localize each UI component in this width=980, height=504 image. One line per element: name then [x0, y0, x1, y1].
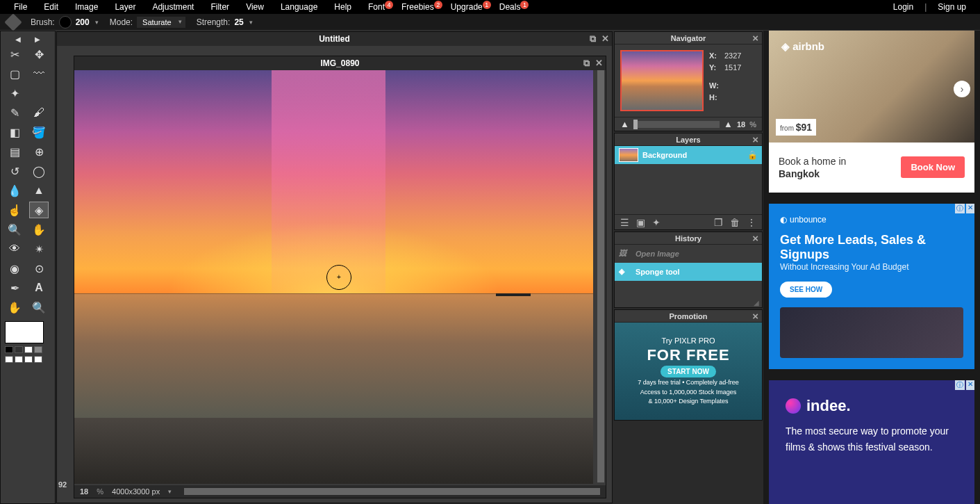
minimize-icon[interactable]: ⧉ [583, 58, 590, 69]
history-item[interactable]: 🖼 Open Image [615, 245, 762, 263]
pencil-tool[interactable]: ✎ [5, 104, 24, 121]
resize-grip-icon[interactable]: ◢ [615, 299, 762, 307]
menu-deals[interactable]: Deals1 [492, 1, 528, 13]
color-swatches[interactable] [5, 346, 51, 353]
lasso-tool[interactable]: 〰 [29, 65, 49, 82]
smudge-tool[interactable]: ☝ [5, 202, 24, 218]
new-layer-icon[interactable]: ❐ [714, 217, 723, 228]
zoom-tool[interactable]: 🔍 [29, 299, 49, 316]
dodge-tool[interactable]: 🔍 [5, 221, 24, 238]
ad-info-icon[interactable]: ⓘ [955, 380, 965, 390]
close-icon[interactable]: ✕ [601, 33, 609, 44]
drawing-tool[interactable]: ◯ [29, 163, 49, 179]
stamp-tool[interactable]: ⊕ [29, 143, 49, 160]
menu-edit[interactable]: Edit [37, 1, 65, 13]
history-item[interactable]: ◈ Sponge tool [615, 263, 762, 281]
ad-close-icon[interactable]: ✕ [966, 380, 974, 390]
spot-heal-tool[interactable]: ✴ [29, 241, 49, 257]
strength-value[interactable]: 25 [234, 17, 243, 27]
inner-window-title: IMG_0890 ⧉ ✕ [74, 56, 606, 70]
hand-tool[interactable]: ✋ [5, 299, 24, 316]
blur-tool[interactable]: 💧 [5, 182, 24, 199]
close-icon[interactable]: ✕ [595, 58, 603, 69]
menu-image[interactable]: Image [68, 1, 105, 13]
zoom-in-icon[interactable]: ▲ [724, 119, 733, 129]
type-tool[interactable]: A [29, 279, 49, 296]
replace-color-tool[interactable]: ↺ [5, 163, 24, 179]
crop-tool[interactable]: ✂ [5, 46, 24, 63]
chevron-down-icon[interactable]: ▾ [249, 19, 253, 26]
ad-airbnb[interactable]: ⓘ✕ ◈ airbnb › from $91 Book a home inBan… [769, 31, 974, 193]
menu-file[interactable]: File [7, 1, 34, 13]
burn-tool[interactable]: ✋ [29, 221, 49, 238]
brush-size-value[interactable]: 200 [76, 17, 90, 27]
ad-info-icon[interactable]: ⓘ [955, 204, 965, 213]
delete-layer-icon[interactable]: 🗑 [730, 217, 740, 228]
promotion-panel: Promotion× Try PIXLR PRO FOR FREE START … [614, 309, 763, 421]
nav-zoom-value[interactable]: 18 [737, 120, 745, 129]
sponge-icon: ◈ [619, 267, 631, 277]
close-icon[interactable]: × [752, 310, 758, 322]
status-dimensions: 4000x3000 px [112, 487, 160, 496]
chevron-down-icon[interactable]: ▾ [168, 488, 172, 495]
chevron-down-icon[interactable]: ▾ [95, 19, 99, 26]
menu-language[interactable]: Language [274, 1, 324, 13]
zoom-slider[interactable] [633, 121, 720, 128]
menu-adjustment[interactable]: Adjustment [145, 1, 201, 13]
bloat-tool[interactable]: ◉ [5, 260, 24, 277]
sponge-tool[interactable]: ◈ [29, 202, 49, 218]
lock-icon[interactable]: 🔒 [747, 150, 758, 160]
menu-layer[interactable]: Layer [108, 1, 142, 13]
menu-view[interactable]: View [239, 1, 271, 13]
bucket-tool[interactable]: 🪣 [29, 124, 49, 140]
layers-settings-icon[interactable]: ☰ [620, 217, 629, 228]
ad-indee[interactable]: ⓘ✕ indee. The most secure way to promote… [769, 380, 974, 504]
layer-mask-icon[interactable]: ▣ [636, 217, 645, 228]
eyedropper-tool[interactable]: ✒ [5, 279, 24, 296]
menu-filter[interactable]: Filter [204, 1, 236, 13]
login-link[interactable]: Login [886, 1, 920, 13]
vertical-scrollbar[interactable] [597, 70, 604, 482]
promo-banner[interactable]: Try PIXLR PRO FOR FREE START NOW 7 days … [615, 323, 762, 420]
canvas[interactable] [74, 70, 593, 484]
nav-x-value: 2327 [724, 50, 741, 62]
brush-cursor-icon [326, 265, 351, 290]
gradient-tool[interactable]: ▤ [5, 143, 24, 160]
color-swatches-2[interactable] [5, 356, 51, 363]
status-zoom[interactable]: 18 [80, 487, 88, 496]
minimize-icon[interactable]: ⧉ [590, 33, 596, 44]
toolbox: ◀ ▶ ✂ ✥ ▢ 〰 ✦ ✎ 🖌 ◧ 🪣 ▤ ⊕ ↺ ◯ 💧 ▲ ☝ ◈ 🔍 … [0, 31, 56, 504]
foreground-color[interactable] [5, 321, 44, 343]
navigator-thumbnail[interactable] [620, 50, 704, 111]
ad-close-icon[interactable]: ✕ [966, 204, 974, 213]
sharpen-tool[interactable]: ▲ [29, 182, 49, 199]
eraser-tool[interactable]: ◧ [5, 124, 24, 140]
sponge-tool-icon [4, 13, 22, 31]
horizontal-scrollbar[interactable] [184, 488, 600, 495]
more-icon[interactable]: ⋮ [747, 217, 756, 228]
move-tool[interactable]: ✥ [29, 46, 49, 63]
close-icon[interactable]: × [752, 232, 758, 244]
mode-select[interactable]: Saturate [137, 17, 185, 28]
brush-preview-icon[interactable] [59, 16, 72, 29]
menu-font[interactable]: Font4 [361, 1, 392, 13]
menu-freebies[interactable]: Freebies2 [395, 1, 441, 13]
chevron-right-icon[interactable]: › [954, 81, 970, 97]
redeye-tool[interactable]: 👁 [5, 241, 24, 257]
signup-link[interactable]: Sign up [931, 1, 973, 13]
ad-unbounce[interactable]: ⓘ✕ ◐ unbounce Get More Leads, Sales & Si… [769, 204, 974, 370]
wand-tool[interactable]: ✦ [5, 85, 24, 101]
layer-row[interactable]: Background 🔒 [615, 146, 762, 164]
brush-label: Brush: [31, 17, 55, 27]
marquee-tool[interactable]: ▢ [5, 65, 24, 82]
menu-help[interactable]: Help [327, 1, 358, 13]
layer-fx-icon[interactable]: ✦ [652, 217, 661, 228]
menu-upgrade[interactable]: Upgrade1 [444, 1, 490, 13]
toolbox-next-icon[interactable]: ▶ [35, 35, 40, 43]
toolbox-prev-icon[interactable]: ◀ [15, 35, 21, 43]
brush-tool[interactable]: 🖌 [29, 104, 49, 121]
close-icon[interactable]: × [752, 32, 758, 44]
zoom-out-icon[interactable]: ▲ [620, 119, 629, 129]
close-icon[interactable]: × [752, 133, 758, 145]
pinch-tool[interactable]: ⊙ [29, 260, 49, 277]
